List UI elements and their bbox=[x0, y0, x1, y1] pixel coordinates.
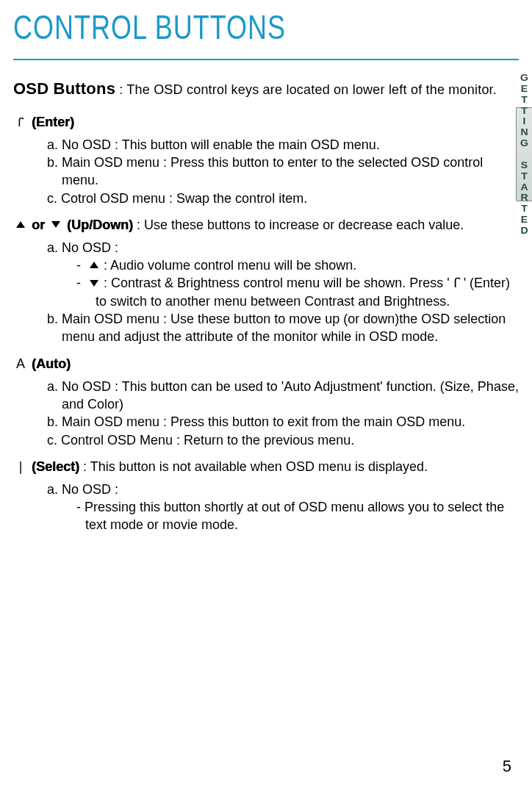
section-auto: A (Auto) a. No OSD : This button can be … bbox=[13, 356, 519, 449]
side-tab: GETTING STARTED bbox=[516, 107, 532, 201]
triangle-up-icon bbox=[90, 262, 98, 268]
page-number: 5 bbox=[503, 757, 511, 776]
triangle-down-icon bbox=[48, 218, 63, 233]
section-select-head: | (Select) : This button is not availabl… bbox=[13, 459, 519, 475]
select-label: (Select) bbox=[32, 459, 79, 474]
list-item: - Pressing this button shortly at out of… bbox=[76, 498, 519, 534]
list-item: a. No OSD : bbox=[47, 239, 519, 256]
or-text: or bbox=[32, 218, 45, 232]
up-desc: : Audio volume control menu will be show… bbox=[100, 258, 356, 273]
auto-list: a. No OSD : This button can be used to '… bbox=[47, 378, 519, 449]
side-tab-label: GETTING STARTED bbox=[519, 73, 531, 237]
auto-label: (Auto) bbox=[32, 356, 71, 371]
list-item: a. No OSD : bbox=[47, 481, 519, 498]
updown-desc: : Use these buttons to increase or decre… bbox=[133, 218, 464, 232]
select-icon: | bbox=[13, 459, 28, 475]
list-item: a. No OSD : This button will enable the … bbox=[47, 136, 519, 154]
list-item: b. Main OSD menu : Use these button to m… bbox=[47, 310, 519, 346]
title-rule bbox=[13, 59, 519, 60]
section-enter: ꓩ (Enter) a. No OSD : This button will e… bbox=[13, 115, 519, 207]
enter-label: (Enter) bbox=[32, 115, 74, 129]
section-updown-head: or (Up/Down) : Use these buttons to incr… bbox=[13, 218, 519, 233]
updown-list: a. No OSD : - : Audio volume control men… bbox=[47, 239, 519, 346]
list-item: - : Audio volume control menu will be sh… bbox=[76, 256, 519, 274]
nested-list: - Pressing this button shortly at out of… bbox=[76, 498, 519, 534]
section-auto-head: A (Auto) bbox=[13, 356, 519, 372]
down-desc: : Contrast & Brightness control menu wil… bbox=[96, 276, 510, 308]
updown-label: (Up/Down) bbox=[67, 218, 133, 232]
list-item: c. Control OSD Menu : Return to the prev… bbox=[47, 431, 519, 449]
auto-icon: A bbox=[13, 356, 28, 372]
page-title: CONTROL BUTTONS bbox=[13, 7, 519, 48]
list-item: b. Main OSD menu : Press this button to … bbox=[47, 154, 519, 190]
enter-list: a. No OSD : This button will enable the … bbox=[47, 136, 519, 207]
triangle-up-icon bbox=[13, 218, 28, 233]
select-desc: : This button is not available when OSD … bbox=[79, 459, 428, 474]
nested-list: - : Audio volume control menu will be sh… bbox=[76, 256, 519, 310]
section-updown: or (Up/Down) : Use these buttons to incr… bbox=[13, 218, 519, 346]
list-item: b. Main OSD menu : Press this button to … bbox=[47, 413, 519, 431]
section-select: | (Select) : This button is not availabl… bbox=[13, 459, 519, 534]
select-list: a. No OSD : - Pressing this button short… bbox=[47, 481, 519, 534]
intro-text: : The OSD control keys are located on lo… bbox=[115, 82, 497, 97]
list-item: a. No OSD : This button can be used to '… bbox=[47, 378, 519, 414]
intro-heading: OSD Buttons bbox=[13, 79, 115, 98]
enter-icon: ꓩ bbox=[13, 115, 28, 130]
list-item: - : Contrast & Brightness control menu w… bbox=[76, 274, 519, 310]
intro-paragraph: OSD Buttons : The OSD control keys are l… bbox=[13, 78, 519, 100]
list-item: c. Cotrol OSD menu : Swap the control it… bbox=[47, 190, 519, 207]
section-enter-head: ꓩ (Enter) bbox=[13, 115, 519, 130]
triangle-down-icon bbox=[90, 280, 98, 287]
